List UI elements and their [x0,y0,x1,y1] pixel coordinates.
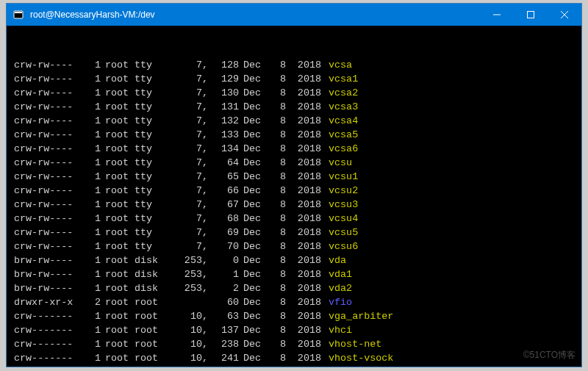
col-maj: 7, [168,58,208,72]
list-row: crw-rw----1roottty 7,66Dec82018vcsu2 [14,184,574,198]
col-own: root [101,128,135,142]
col-min: 69 [208,226,239,239]
col-min: 68 [208,212,239,226]
col-min: 63 [208,309,239,323]
app-icon [12,9,24,21]
col-day: 8 [267,351,286,365]
col-perm: brw-rw---- [14,281,82,295]
close-button[interactable] [548,4,581,26]
col-links: 1 [82,156,101,170]
list-row: crw-rw----1roottty 7,129Dec82018vcsa1 [14,72,574,86]
col-maj: 1, [168,365,208,367]
col-yr: 2018 [286,142,324,156]
col-maj: 10, [168,323,208,337]
col-mon: Dec [239,86,267,100]
file-name: vfio [324,295,352,309]
col-min: 0 [208,253,239,267]
col-perm: crw-rw---- [14,58,82,72]
col-links: 1 [82,170,101,184]
col-maj: 7, [168,142,208,156]
col-own: root [101,156,135,170]
list-row: crw-------1rootroot10,241Dec82018vhost-v… [14,351,574,365]
col-day: 8 [267,365,286,367]
col-perm: crw-rw---- [14,114,82,128]
titlebar[interactable]: root@NecessaryHarsh-VM:/dev [7,4,581,26]
col-grp: disk [135,281,168,295]
col-perm: crw-rw---- [14,86,82,100]
col-min: 133 [208,128,239,142]
col-day: 8 [267,267,286,281]
col-perm: crw-rw---- [14,170,82,184]
watermark: ©51CTO博客 [523,348,576,362]
col-min: 5 [208,365,239,367]
col-perm: crw-rw---- [14,72,82,86]
col-min: 66 [208,184,239,198]
col-grp: root [135,351,168,365]
col-yr: 2018 [286,281,324,295]
maximize-button[interactable] [514,4,548,26]
list-row: crw-------1rootroot10,137Dec82018vhci [14,323,574,337]
col-own: root [101,226,135,239]
col-links: 1 [82,128,101,142]
col-mon: Dec [239,281,267,295]
col-yr: 2018 [286,156,324,170]
col-own: root [101,212,135,226]
col-mon: Dec [239,198,267,212]
col-grp: tty [135,58,168,72]
col-mon: Dec [239,128,267,142]
col-maj: 7, [168,114,208,128]
col-day: 8 [267,253,286,267]
col-links: 1 [82,281,101,295]
col-own: root [101,114,135,128]
col-grp: tty [135,128,168,142]
col-perm: crw-rw---- [14,212,82,226]
col-min: 130 [208,86,239,100]
col-links: 1 [82,72,101,86]
col-perm: crw------- [14,323,82,337]
col-yr: 2018 [286,128,324,142]
col-maj: 253, [168,253,208,267]
col-mon: Dec [239,323,267,337]
col-own: root [101,239,135,253]
col-links: 1 [82,309,101,323]
file-name: vcsa [324,58,352,72]
svg-rect-1 [15,12,22,13]
list-row: crw-rw----1roottty 7,67Dec82018vcsu3 [14,198,574,212]
col-perm: crw-rw---- [14,239,82,253]
col-mon: Dec [239,253,267,267]
col-maj: 10, [168,337,208,351]
col-yr: 2018 [286,114,324,128]
terminal-window: root@NecessaryHarsh-VM:/dev crw-rw----1r… [6,3,582,367]
col-links: 1 [82,239,101,253]
col-yr: 2018 [286,170,324,184]
col-yr: 2018 [286,198,324,212]
col-perm: crw------- [14,337,82,351]
col-links: 1 [82,142,101,156]
col-min: 128 [208,58,239,72]
col-yr: 2018 [286,100,324,114]
col-yr: 2018 [286,184,324,198]
col-mon: Dec [239,100,267,114]
terminal-output[interactable]: crw-rw----1roottty 7,128Dec82018vcsacrw-… [7,26,581,367]
col-yr: 2018 [286,267,324,281]
col-day: 8 [267,309,286,323]
file-name: vcsa6 [324,142,358,156]
list-row: crw-rw----1roottty 7,132Dec82018vcsa4 [14,114,574,128]
col-day: 8 [267,72,286,86]
col-yr: 2018 [286,86,324,100]
col-links: 1 [82,86,101,100]
file-name: zero [324,365,352,367]
col-own: root [101,309,135,323]
list-row: crw-rw----1roottty 7,68Dec82018vcsu4 [14,212,574,226]
col-perm: crw-rw---- [14,142,82,156]
col-own: root [101,295,135,309]
minimize-button[interactable] [480,4,514,26]
col-grp: root [135,295,168,309]
col-perm: crw------- [14,309,82,323]
col-mon: Dec [239,170,267,184]
col-day: 8 [267,295,286,309]
list-row: crw-rw----1roottty 7,69Dec82018vcsu5 [14,226,574,239]
col-mon: Dec [239,142,267,156]
col-mon: Dec [239,58,267,72]
col-links: 1 [82,198,101,212]
